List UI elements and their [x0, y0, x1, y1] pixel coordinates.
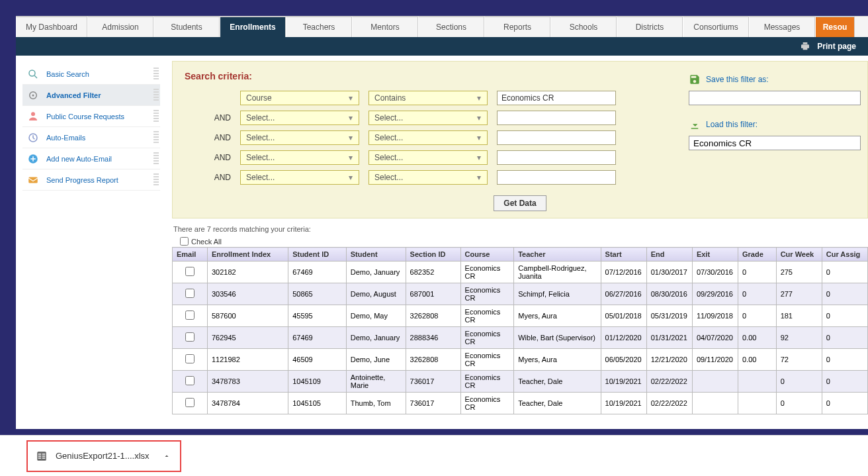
- load-filter-label[interactable]: Load this filter:: [706, 120, 758, 129]
- value-input[interactable]: [497, 111, 616, 125]
- col-header[interactable]: Start: [601, 248, 646, 262]
- and-label: AND: [185, 113, 231, 122]
- col-header[interactable]: Exit: [692, 248, 738, 262]
- svg-point-4: [31, 112, 35, 116]
- table-cell: 04/07/2020: [692, 327, 738, 349]
- table-cell: 01/12/2020: [601, 327, 646, 349]
- tab-districts[interactable]: Districts: [617, 17, 683, 37]
- chevron-down-icon: ▾: [474, 132, 484, 143]
- table-cell: Wible, Bart (Supervisor): [514, 327, 601, 349]
- table-row: 30218267469Demo, January682352Economics …: [173, 262, 868, 283]
- table-cell: 01/31/2021: [646, 327, 692, 349]
- tab-messages[interactable]: Messages: [749, 17, 815, 37]
- table-cell: 587600: [208, 305, 288, 327]
- tab-sections[interactable]: Sections: [418, 17, 484, 37]
- svg-rect-11: [38, 457, 42, 459]
- svg-rect-7: [28, 177, 38, 183]
- svg-rect-13: [42, 455, 46, 457]
- table-cell: 0: [776, 393, 822, 414]
- table-cell: Economics CR: [460, 262, 514, 283]
- chevron-up-icon[interactable]: [163, 452, 171, 460]
- table-cell: Teacher, Dale: [514, 371, 601, 393]
- table-cell: 10/19/2021: [601, 393, 646, 414]
- check-all-checkbox[interactable]: [180, 237, 189, 246]
- table-cell: [738, 371, 777, 393]
- table-cell: 46509: [288, 349, 347, 371]
- table-cell: 303546: [208, 283, 288, 305]
- col-header[interactable]: Grade: [738, 248, 777, 262]
- tab-my-dashboard[interactable]: My Dashboard: [16, 17, 87, 37]
- row-checkbox[interactable]: [185, 398, 195, 407]
- tab-admission[interactable]: Admission: [87, 17, 153, 37]
- sidebar-item-auto-emails[interactable]: Auto-Emails: [22, 127, 160, 148]
- col-header[interactable]: Email: [173, 248, 208, 262]
- svg-point-0: [29, 70, 35, 76]
- operator-select[interactable]: Contains▾: [369, 91, 488, 105]
- row-checkbox[interactable]: [185, 267, 195, 276]
- download-chip[interactable]: GeniusExport21-1....xlsx: [26, 440, 181, 472]
- tab-students[interactable]: Students: [153, 17, 220, 37]
- field-select[interactable]: Course▾: [240, 91, 359, 105]
- table-cell: 736017: [406, 371, 460, 393]
- grip-icon: [153, 173, 159, 187]
- col-header[interactable]: Cur Assig: [822, 248, 867, 262]
- operator-select[interactable]: Select...▾: [369, 130, 488, 145]
- row-checkbox[interactable]: [185, 376, 195, 385]
- col-header[interactable]: Teacher: [514, 248, 601, 262]
- save-filter-label[interactable]: Save this filter as:: [706, 75, 769, 84]
- svg-rect-10: [38, 455, 42, 457]
- sidebar-item-send-progress-report[interactable]: Send Progress Report: [22, 169, 160, 191]
- field-select[interactable]: Select...▾: [240, 130, 359, 145]
- value-input[interactable]: [497, 170, 616, 185]
- sidebar-item-basic-search[interactable]: Basic Search: [22, 64, 160, 85]
- tab-resou[interactable]: Resou: [815, 17, 855, 37]
- svg-rect-14: [42, 457, 46, 459]
- tab-mentors[interactable]: Mentors: [352, 17, 418, 37]
- sidebar-item-public-course-requests[interactable]: Public Course Requests: [22, 106, 160, 127]
- print-label[interactable]: Print page: [817, 42, 856, 51]
- table-cell: 3262808: [406, 305, 460, 327]
- col-header[interactable]: Student: [346, 248, 406, 262]
- table-cell: 07/12/2016: [601, 262, 646, 283]
- operator-select[interactable]: Select...▾: [369, 150, 488, 165]
- operator-select[interactable]: Select...▾: [369, 111, 488, 125]
- tab-enrollments[interactable]: Enrollments: [220, 17, 286, 37]
- col-header[interactable]: End: [646, 248, 692, 262]
- table-cell: [692, 393, 738, 414]
- table-cell: 302182: [208, 262, 288, 283]
- row-checkbox[interactable]: [185, 354, 195, 363]
- sidebar-item-label: Send Progress Report: [46, 176, 118, 184]
- col-header[interactable]: Cur Week: [776, 248, 822, 262]
- tab-reports[interactable]: Reports: [484, 17, 550, 37]
- field-select[interactable]: Select...▾: [240, 111, 359, 125]
- grip-icon: [153, 131, 159, 144]
- results-table: EmailEnrollment IndexStudent IDStudentSe…: [172, 247, 868, 414]
- field-select[interactable]: Select...▾: [240, 150, 359, 165]
- sidebar-item-advanced-filter[interactable]: Advanced Filter: [22, 85, 160, 106]
- table-cell: Campbell-Rodriguez, Juanita: [514, 262, 601, 283]
- operator-select[interactable]: Select...▾: [369, 170, 488, 185]
- and-label: AND: [185, 173, 231, 182]
- col-header[interactable]: Enrollment Index: [208, 248, 288, 262]
- value-input[interactable]: [497, 91, 616, 105]
- sidebar-item-add-new-auto-email[interactable]: Add new Auto-Email: [22, 148, 160, 169]
- row-checkbox[interactable]: [185, 332, 195, 342]
- sidebar-icon: [26, 173, 40, 187]
- col-header[interactable]: Course: [460, 248, 514, 262]
- col-header[interactable]: Student ID: [288, 248, 347, 262]
- get-data-button[interactable]: Get Data: [494, 195, 546, 211]
- row-checkbox[interactable]: [185, 310, 195, 320]
- col-header[interactable]: Section ID: [406, 248, 460, 262]
- value-input[interactable]: [497, 150, 616, 165]
- tab-teachers[interactable]: Teachers: [286, 17, 352, 37]
- field-select[interactable]: Select...▾: [240, 170, 359, 185]
- tab-schools[interactable]: Schools: [550, 17, 617, 37]
- value-input[interactable]: [497, 130, 616, 145]
- svg-line-1: [34, 75, 37, 78]
- table-cell: 736017: [406, 393, 460, 414]
- save-filter-input[interactable]: [689, 91, 861, 105]
- tab-consortiums[interactable]: Consortiums: [683, 17, 749, 37]
- row-checkbox[interactable]: [185, 289, 195, 298]
- table-cell: Demo, August: [346, 283, 406, 305]
- load-filter-input[interactable]: [689, 136, 861, 150]
